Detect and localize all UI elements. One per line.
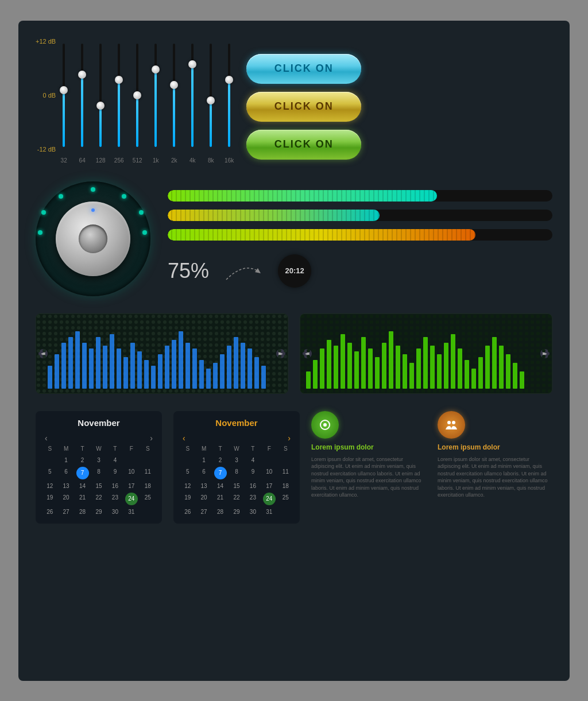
click-button-blue[interactable]: CLIcK ON — [246, 54, 361, 84]
cal-cell[interactable]: 23 — [108, 493, 122, 505]
cal-cell[interactable]: 31 — [262, 507, 276, 517]
cal-cell[interactable]: 5 — [42, 467, 57, 479]
cal-cell-highlighted-1[interactable]: 24 — [125, 493, 138, 505]
cal-cell[interactable]: 2 — [213, 455, 227, 465]
cal-cell[interactable]: 1 — [196, 455, 211, 465]
progress-bar-1 — [168, 190, 552, 202]
cal-cell[interactable]: 10 — [262, 467, 276, 479]
svg-rect-11 — [103, 346, 107, 389]
cal-cell[interactable]: 21 — [75, 493, 90, 505]
slider-label-1k: 1k — [153, 157, 159, 164]
cal-dow: M — [59, 444, 73, 454]
bottom-section: November ‹ › S M T W T F S 1 2 3 4 — [36, 411, 552, 524]
cal-cell-today-1[interactable]: 7 — [76, 467, 89, 479]
cal-cell[interactable]: 30 — [246, 507, 260, 517]
slider-col-256: 256 — [113, 38, 125, 164]
svg-rect-42 — [341, 334, 345, 389]
cal-cell[interactable]: 25 — [278, 493, 293, 505]
cal-cell[interactable]: 3 — [229, 455, 243, 465]
cal-cell[interactable]: 8 — [91, 467, 106, 479]
people-icon — [444, 418, 458, 432]
cal-cell[interactable]: 14 — [213, 481, 227, 491]
click-button-green[interactable]: CLIcK ON — [246, 130, 361, 160]
cal-cell[interactable]: 29 — [229, 507, 243, 517]
cal-cell[interactable]: 15 — [229, 481, 243, 491]
slider-32[interactable] — [58, 38, 69, 153]
cal-cell[interactable]: 31 — [124, 507, 138, 517]
slider-512[interactable] — [131, 38, 143, 153]
cal-cell[interactable]: 18 — [141, 481, 155, 491]
cal-cell[interactable]: 23 — [246, 493, 260, 505]
cal-cell[interactable]: 28 — [75, 507, 90, 517]
cal-cell[interactable]: 17 — [262, 481, 276, 491]
knob-inner[interactable] — [56, 202, 130, 276]
slider-4k[interactable] — [187, 38, 198, 153]
knob-dot-tr1 — [122, 194, 126, 199]
cal-cell[interactable]: 18 — [278, 481, 293, 491]
click-button-yellow[interactable]: CLIcK ON — [246, 92, 361, 122]
cal-dow: F — [262, 444, 276, 454]
knob-indicator — [91, 208, 95, 212]
cal-cell[interactable]: 1 — [59, 455, 73, 465]
cal-cell[interactable]: 9 — [246, 467, 260, 479]
cal-cell[interactable]: 20 — [196, 493, 211, 505]
cal-cell[interactable]: 22 — [229, 493, 243, 505]
cal-cell[interactable]: 26 — [180, 507, 195, 517]
cal-cell[interactable]: 25 — [141, 493, 155, 505]
info-icon-orange[interactable] — [438, 411, 465, 439]
cal-cell[interactable]: 12 — [42, 481, 57, 491]
cal-cell[interactable]: 16 — [246, 481, 260, 491]
cal-cell[interactable]: 4 — [246, 455, 260, 465]
cal-cell[interactable]: 12 — [180, 481, 195, 491]
cal-cell[interactable]: 27 — [59, 507, 73, 517]
cal-cell[interactable]: 20 — [59, 493, 73, 505]
progress-fill-1[interactable] — [168, 190, 437, 202]
cal-cell[interactable]: 22 — [91, 493, 106, 505]
cal-cell[interactable]: 9 — [108, 467, 122, 479]
info-icon-green[interactable] — [311, 411, 339, 439]
cal-cell[interactable]: 11 — [141, 467, 155, 479]
cal-cell[interactable]: 13 — [59, 481, 73, 491]
cal-cell[interactable]: 21 — [213, 493, 227, 505]
cal-next-2[interactable]: › — [288, 433, 291, 443]
cal-cell-highlighted-2[interactable]: 24 — [263, 493, 276, 505]
cal-cell[interactable]: 10 — [124, 467, 138, 479]
slider-8k[interactable] — [205, 38, 216, 153]
cal-cell[interactable]: 26 — [42, 507, 57, 517]
cal-cell[interactable]: 16 — [108, 481, 122, 491]
cal-cell[interactable]: 6 — [59, 467, 73, 479]
cal-cell[interactable]: 13 — [196, 481, 211, 491]
cal-cell[interactable]: 28 — [213, 507, 227, 517]
cal-prev-1[interactable]: ‹ — [45, 433, 48, 443]
slider-64[interactable] — [76, 38, 88, 153]
slider-1k[interactable] — [150, 38, 161, 153]
cal-prev-2[interactable]: ‹ — [183, 433, 185, 443]
cal-cell-today-2[interactable]: 7 — [214, 467, 227, 479]
svg-rect-46 — [368, 348, 373, 389]
cal-cell[interactable]: 14 — [75, 481, 90, 491]
slider-16k[interactable] — [223, 38, 235, 153]
cal-cell[interactable]: 30 — [108, 507, 122, 517]
svg-marker-0 — [255, 268, 261, 273]
cal-cell[interactable]: 11 — [278, 467, 293, 479]
progress-fill-2[interactable] — [168, 210, 380, 221]
record-icon — [318, 418, 332, 432]
cal-cell[interactable]: 27 — [196, 507, 211, 517]
cal-cell[interactable]: 19 — [180, 493, 195, 505]
cal-cell[interactable]: 6 — [196, 467, 211, 479]
knob-outer[interactable] — [36, 181, 150, 296]
cal-cell[interactable]: 2 — [75, 455, 90, 465]
cal-cell[interactable]: 17 — [124, 481, 138, 491]
cal-cell[interactable]: 3 — [91, 455, 106, 465]
cal-cell[interactable]: 4 — [108, 455, 122, 465]
cal-next-1[interactable]: › — [150, 433, 153, 443]
slider-256[interactable] — [113, 38, 125, 153]
slider-2k[interactable] — [168, 38, 180, 153]
cal-cell[interactable]: 19 — [42, 493, 57, 505]
cal-cell[interactable]: 29 — [91, 507, 106, 517]
progress-fill-3[interactable] — [168, 229, 475, 241]
slider-128[interactable] — [95, 38, 106, 153]
cal-cell[interactable]: 8 — [229, 467, 243, 479]
cal-cell[interactable]: 15 — [91, 481, 106, 491]
cal-cell[interactable]: 5 — [180, 467, 195, 479]
